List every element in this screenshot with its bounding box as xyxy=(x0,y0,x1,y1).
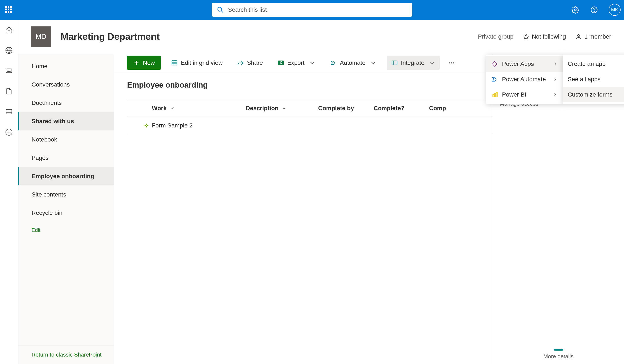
chevron-right-icon xyxy=(553,92,557,97)
column-completed[interactable]: Comp xyxy=(426,105,449,112)
ellipsis-icon xyxy=(448,59,455,66)
nav-conversations[interactable]: Conversations xyxy=(18,75,114,94)
app-launcher-icon[interactable] xyxy=(5,6,13,14)
settings-icon[interactable] xyxy=(571,5,580,14)
svg-point-28 xyxy=(451,62,452,63)
nav-site-contents[interactable]: Site contents xyxy=(18,185,114,204)
menu-power-automate[interactable]: Power Automate xyxy=(486,72,563,87)
menu-power-bi[interactable]: Power BI xyxy=(486,87,563,102)
svg-rect-9 xyxy=(6,110,12,114)
chevron-down-icon xyxy=(170,106,175,111)
svg-text:X: X xyxy=(280,61,282,65)
svg-point-2 xyxy=(574,9,576,11)
nav-notebook[interactable]: Notebook xyxy=(18,130,114,149)
more-button[interactable] xyxy=(446,56,458,70)
nav-employee-onboarding[interactable]: Employee onboarding xyxy=(18,167,114,185)
power-bi-icon xyxy=(491,91,498,98)
avatar-initials: MK xyxy=(611,7,618,13)
export-button[interactable]: X Export xyxy=(273,56,320,70)
svg-rect-40 xyxy=(494,94,496,97)
privacy-label: Private group xyxy=(478,33,514,40)
svg-point-16 xyxy=(577,35,580,37)
submenu-create-app[interactable]: Create an app xyxy=(563,56,624,72)
svg-marker-15 xyxy=(523,34,529,39)
new-button[interactable]: New xyxy=(127,56,161,70)
more-details-link[interactable]: More details xyxy=(493,353,624,360)
nav-home[interactable]: Home xyxy=(18,57,114,75)
global-nav-rail xyxy=(0,20,18,364)
content-main: New Edit in grid view Share X Export xyxy=(114,54,624,364)
power-apps-icon xyxy=(491,61,498,67)
create-icon[interactable] xyxy=(5,128,13,136)
automate-button[interactable]: Automate xyxy=(326,56,381,70)
svg-rect-19 xyxy=(172,61,177,65)
user-avatar[interactable]: MK xyxy=(609,4,621,16)
power-automate-icon xyxy=(491,76,498,83)
svg-point-4 xyxy=(594,11,594,12)
drag-handle-icon[interactable] xyxy=(554,349,563,351)
svg-point-27 xyxy=(449,62,450,63)
nav-documents[interactable]: Documents xyxy=(18,94,114,112)
column-work[interactable]: Work xyxy=(127,105,242,112)
help-icon[interactable] xyxy=(590,5,598,14)
site-logo[interactable]: MD xyxy=(31,26,51,47)
members-button[interactable]: 1 member xyxy=(575,33,611,40)
return-classic-link[interactable]: Return to classic SharePoint xyxy=(18,345,114,364)
site-header: MD Marketing Department Private group No… xyxy=(18,20,624,54)
app-header: Search this list MK xyxy=(0,0,624,20)
search-placeholder: Search this list xyxy=(228,6,267,13)
submenu-see-all-apps[interactable]: See all apps xyxy=(563,72,624,87)
list-icon[interactable] xyxy=(5,107,13,116)
integrate-icon xyxy=(391,59,398,66)
share-button[interactable]: Share xyxy=(233,56,267,70)
column-description[interactable]: Description xyxy=(242,105,315,112)
row-status-icon xyxy=(127,123,152,128)
plus-icon xyxy=(133,59,140,66)
follow-button[interactable]: Not following xyxy=(523,33,566,40)
chevron-down-icon xyxy=(370,59,377,66)
flow-icon xyxy=(330,59,337,66)
chevron-down-icon xyxy=(309,59,316,66)
grid-icon xyxy=(171,59,178,66)
panel-footer: More details xyxy=(493,349,624,360)
column-complete-by[interactable]: Complete by xyxy=(315,105,370,112)
menu-power-apps[interactable]: Power Apps xyxy=(486,56,563,72)
edit-grid-button[interactable]: Edit in grid view xyxy=(167,56,227,70)
search-input[interactable]: Search this list xyxy=(212,3,412,17)
power-apps-submenu: Create an app See all apps Customize for… xyxy=(563,54,624,104)
chevron-right-icon xyxy=(553,77,557,82)
news-icon[interactable] xyxy=(5,67,13,75)
site-left-nav: Home Conversations Documents Shared with… xyxy=(18,54,114,364)
chevron-right-icon xyxy=(553,62,557,66)
svg-rect-25 xyxy=(392,61,397,65)
column-complete[interactable]: Complete? xyxy=(370,105,426,112)
svg-rect-41 xyxy=(496,92,497,97)
file-icon[interactable] xyxy=(5,87,13,96)
site-title[interactable]: Marketing Department xyxy=(61,31,160,42)
search-icon xyxy=(217,6,224,13)
chevron-down-icon xyxy=(429,59,436,66)
share-icon xyxy=(237,59,244,66)
svg-point-29 xyxy=(453,62,454,63)
submenu-customize-forms[interactable]: Customize forms xyxy=(563,87,624,102)
person-icon xyxy=(575,33,582,40)
nav-edit-link[interactable]: Edit xyxy=(18,227,114,233)
nav-shared-with-us[interactable]: Shared with us xyxy=(18,112,114,130)
globe-icon[interactable] xyxy=(5,46,13,54)
svg-line-1 xyxy=(221,11,223,12)
star-icon xyxy=(523,33,529,40)
home-icon[interactable] xyxy=(5,25,13,34)
integrate-menu: Power Apps Power Automate xyxy=(486,54,563,104)
nav-pages[interactable]: Pages xyxy=(18,149,114,167)
integrate-button[interactable]: Integrate xyxy=(387,56,440,70)
svg-rect-39 xyxy=(493,95,494,97)
chevron-down-icon xyxy=(282,106,287,111)
svg-point-0 xyxy=(218,7,222,11)
nav-recycle-bin[interactable]: Recycle bin xyxy=(18,204,114,222)
excel-icon: X xyxy=(277,59,284,66)
svg-rect-6 xyxy=(6,69,12,73)
